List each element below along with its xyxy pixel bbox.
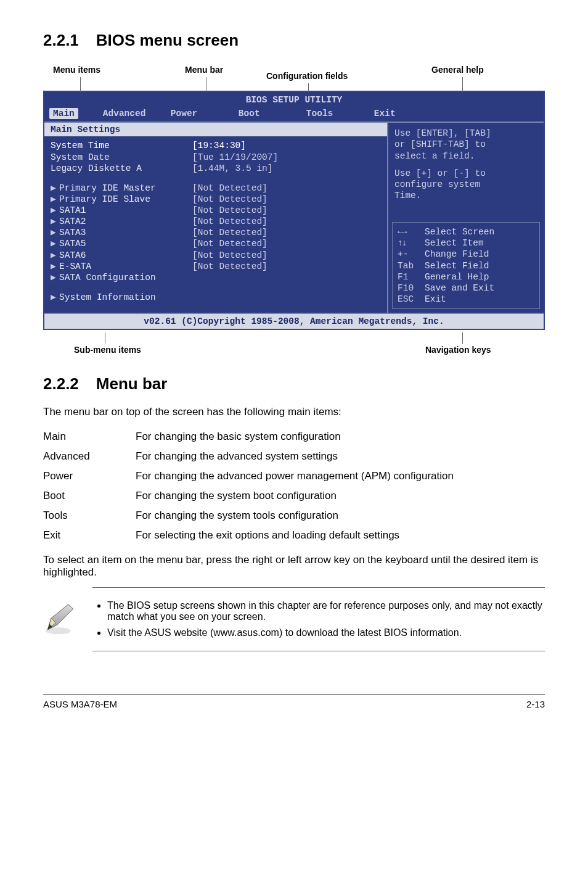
label-navigation-keys: Navigation keys: [425, 345, 491, 355]
row-sata1[interactable]: ▶SATA1 [Not Detected]: [51, 205, 381, 216]
label-conf-fields: Configuration fields: [266, 71, 348, 81]
row-legacy-diskette[interactable]: Legacy Diskette A [1.44M, 3.5 in]: [51, 163, 381, 174]
def-term: Exit: [43, 526, 136, 545]
row-sata3[interactable]: ▶SATA3 [Not Detected]: [51, 227, 381, 238]
bios-section-title: Main Settings: [44, 123, 387, 136]
paragraph-select-item: To select an item on the menu bar, press…: [43, 554, 545, 579]
row-sata5[interactable]: ▶SATA5 [Not Detected]: [51, 238, 381, 249]
section-heading-1: 2.2.1BIOS menu screen: [43, 31, 545, 50]
intro-2: The menu bar on top of the screen has th…: [43, 406, 545, 418]
secnum-1: 2.2.1: [43, 31, 79, 49]
definitions-table: MainFor changing the basic system config…: [43, 427, 545, 545]
label-general-help: General help: [431, 65, 484, 75]
page-footer: ASUS M3A78-EM 2-13: [43, 695, 545, 709]
footer-left: ASUS M3A78-EM: [43, 699, 117, 709]
row-system-date[interactable]: System Date [Tue 11/19/2007]: [51, 152, 381, 163]
submenu-icon: ▶: [51, 216, 59, 227]
tab-advanced[interactable]: Advanced: [103, 108, 171, 119]
def-desc: For changing the basic system configurat…: [136, 427, 545, 447]
def-desc: For selecting the exit options and loadi…: [136, 526, 545, 545]
submenu-icon: ▶: [51, 194, 59, 205]
submenu-icon: ▶: [51, 292, 59, 303]
bios-help-text: Use [ENTER], [TAB] or [SHIFT-TAB] to sel…: [388, 123, 544, 218]
top-labels: Menu items Menu bar Configuration fields…: [43, 62, 545, 93]
row-sata-configuration[interactable]: ▶SATA Configuration: [51, 272, 381, 283]
secnum-2: 2.2.2: [43, 374, 79, 393]
bios-header: BIOS SETUP UTILITY: [44, 92, 544, 107]
bios-menubar: Main Advanced Power Boot Tools Exit: [44, 107, 544, 122]
submenu-icon: ▶: [51, 205, 59, 216]
def-term: Boot: [43, 486, 136, 506]
section-heading-2: 2.2.2Menu bar: [43, 374, 545, 394]
note-block: The BIOS setup screens shown in this cha…: [43, 587, 545, 651]
row-primary-ide-master[interactable]: ▶Primary IDE Master [Not Detected]: [51, 183, 381, 194]
def-desc: For changing the advanced system setting…: [136, 447, 545, 466]
bios-footer: v02.61 (C)Copyright 1985-2008, American …: [44, 313, 544, 329]
sectitle-2: Menu bar: [96, 374, 168, 393]
submenu-icon: ▶: [51, 183, 59, 194]
row-system-time[interactable]: System Time [19:34:30]: [51, 140, 381, 151]
def-term: Advanced: [43, 447, 136, 466]
note-item: Visit the ASUS website (www.asus.com) to…: [107, 627, 542, 638]
row-system-information[interactable]: ▶System Information: [51, 292, 381, 303]
submenu-icon: ▶: [51, 261, 59, 272]
submenu-icon: ▶: [51, 238, 59, 249]
def-term: Main: [43, 427, 136, 447]
sectitle-1: BIOS menu screen: [96, 31, 239, 49]
def-term: Tools: [43, 506, 136, 526]
def-term: Power: [43, 466, 136, 486]
submenu-icon: ▶: [51, 272, 59, 283]
bios-screen: BIOS SETUP UTILITY Main Advanced Power B…: [43, 91, 545, 330]
label-submenu-items: Sub-menu items: [74, 345, 141, 355]
pencil-note-icon: [43, 587, 78, 637]
tab-exit[interactable]: Exit: [374, 108, 442, 119]
row-sata6[interactable]: ▶SATA6 [Not Detected]: [51, 250, 381, 261]
tab-power[interactable]: Power: [171, 108, 239, 119]
def-desc: For changing the system boot configurati…: [136, 486, 545, 506]
bottom-labels: Sub-menu items Navigation keys: [43, 332, 545, 357]
row-sata2[interactable]: ▶SATA2 [Not Detected]: [51, 216, 381, 227]
label-menu-bar: Menu bar: [185, 65, 223, 75]
row-esata[interactable]: ▶E-SATA [Not Detected]: [51, 261, 381, 272]
label-menu-items: Menu items: [53, 65, 100, 75]
footer-right: 2-13: [526, 699, 545, 709]
tab-boot[interactable]: Boot: [239, 108, 306, 119]
submenu-icon: ▶: [51, 227, 59, 238]
tab-main[interactable]: Main: [49, 108, 78, 119]
row-primary-ide-slave[interactable]: ▶Primary IDE Slave [Not Detected]: [51, 194, 381, 205]
submenu-icon: ▶: [51, 250, 59, 261]
def-desc: For changing the system tools configurat…: [136, 506, 545, 526]
bios-nav-legend: ←→Select Screen ↑↓Select Item +-Change F…: [392, 222, 540, 309]
tab-tools[interactable]: Tools: [306, 108, 374, 119]
def-desc: For changing the advanced power manageme…: [136, 466, 545, 486]
note-item: The BIOS setup screens shown in this cha…: [107, 600, 542, 622]
